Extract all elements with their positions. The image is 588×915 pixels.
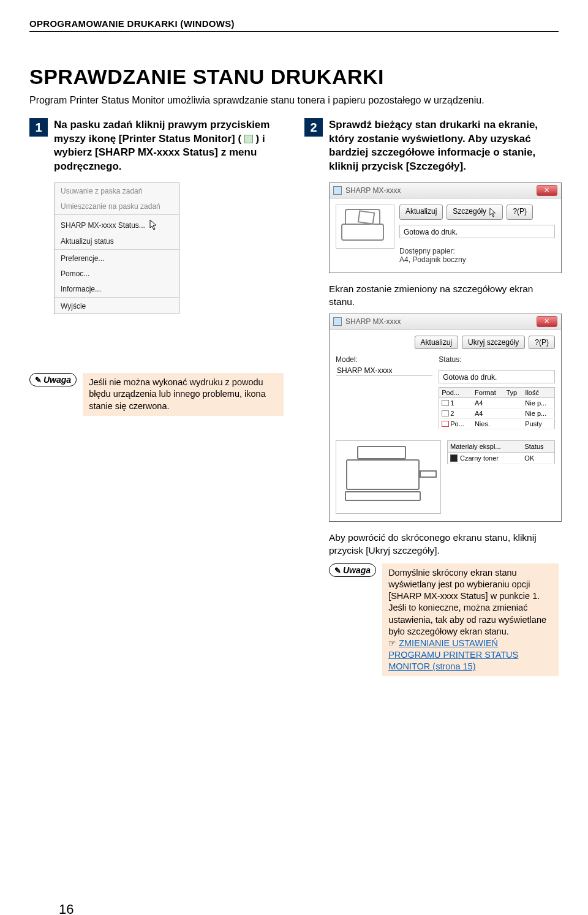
cell: OK	[522, 453, 554, 464]
close-icon[interactable]	[537, 185, 557, 196]
note-label: ✎ Uwaga	[29, 373, 77, 386]
window-title-text: SHARP MX-xxxx	[345, 186, 533, 195]
status-label: Status:	[439, 355, 555, 364]
ctx-item[interactable]: Wyjście	[55, 298, 179, 314]
close-icon[interactable]	[537, 316, 557, 327]
ctx-item[interactable]: Usuwanie z paska zadań	[55, 183, 179, 198]
ctx-item[interactable]: Preferencje...	[55, 250, 179, 266]
step-2-text: Sprawdź bieżący stan drukarki na ekranie…	[329, 118, 559, 175]
window-icon	[333, 317, 342, 326]
link-caret-icon: ☞	[388, 638, 396, 648]
cell: Pusty	[522, 419, 554, 429]
ctx-item[interactable]: Pomoc...	[55, 266, 179, 281]
cross-ref-link[interactable]: ZMIENIANIE USTAWIEŃ PROGRAMU PRINTER STA…	[388, 638, 518, 671]
cursor-icon	[149, 219, 158, 230]
help-button[interactable]: ?(P)	[507, 205, 533, 220]
tray-row: 2 A4 Nie p...	[439, 409, 555, 419]
window-title-text: SHARP MX-xxxx	[345, 317, 533, 326]
step-2: 2 Sprawdź bieżący stan drukarki na ekran…	[304, 118, 559, 175]
note-2: ✎ Uwaga Domyślnie skrócony ekran stanu w…	[329, 563, 559, 676]
cell: Nie p...	[522, 409, 554, 419]
note-1-body: Jeśli nie można wykonać wydruku z powodu…	[83, 373, 284, 415]
cursor-icon	[489, 208, 497, 217]
cell: A4	[472, 409, 504, 419]
cell: Nies.	[472, 419, 504, 429]
status-field: Gotowa do druk.	[399, 225, 555, 238]
status-value: Gotowa do druk.	[439, 370, 555, 383]
ctx-item[interactable]: Aktualizuj status	[55, 233, 179, 249]
cell	[503, 419, 522, 429]
pencil-icon: ✎	[35, 375, 42, 385]
th-tray: Pod...	[439, 388, 472, 398]
page-number: 16	[59, 902, 74, 915]
status-window-small: SHARP MX-xxxx Aktualizuj Szczegóły	[329, 183, 562, 273]
note-2-body: Domyślnie skrócony ekran stanu wyświetla…	[382, 563, 559, 676]
tray-row: 1 A4 Nie p...	[439, 398, 555, 409]
cell: Nie p...	[522, 398, 554, 409]
th-format: Format	[472, 388, 504, 398]
context-menu: Usuwanie z paska zadań Umieszczanie na p…	[54, 183, 179, 314]
tray-table-header: Pod... Format Typ Ilość	[439, 388, 555, 398]
printer-diagram-icon	[336, 440, 441, 514]
page-title: SPRAWDZANIE STANU DRUKARKI	[29, 65, 559, 89]
tray-open-icon	[442, 421, 449, 427]
refresh-button[interactable]: Aktualizuj	[415, 336, 458, 349]
step-2-number: 2	[304, 118, 323, 137]
step-1-before: Na pasku zadań kliknij prawym przyciskie…	[54, 119, 270, 145]
step-1: 1 Na pasku zadań kliknij prawym przycisk…	[29, 118, 284, 175]
after-big-text: Aby powrócić do skróconego ekranu stanu,…	[329, 532, 559, 557]
pencil-icon: ✎	[334, 566, 341, 575]
toner-icon	[450, 454, 458, 462]
printer-status-tray-icon	[244, 135, 253, 143]
intro-text: Program Printer Status Monitor umożliwia…	[29, 94, 559, 107]
note-2-text: Domyślnie skrócony ekran stanu wyświetla…	[388, 568, 546, 636]
menu-separator	[55, 297, 179, 298]
supply-row: Czarny toner OK	[448, 453, 555, 464]
paper-label: Dostępny papier:	[399, 247, 555, 255]
note-label: ✎ Uwaga	[329, 563, 376, 577]
step-1-text: Na pasku zadań kliknij prawym przyciskie…	[54, 118, 284, 175]
note-1: ✎ Uwaga Jeśli nie można wykonać wydruku …	[29, 373, 284, 415]
window-icon	[333, 186, 342, 195]
menu-separator	[55, 214, 179, 215]
hide-details-button[interactable]: Ukryj szczegóły	[462, 336, 525, 349]
cell: A4	[472, 398, 504, 409]
cell: 2	[450, 410, 454, 417]
th-supply-status: Status	[522, 441, 554, 453]
help-button[interactable]: ?(P)	[529, 336, 555, 349]
details-button-label: Szczegóły	[453, 207, 486, 216]
cell	[503, 409, 522, 419]
ctx-item[interactable]: Umieszczanie na pasku zadań	[55, 198, 179, 214]
menu-separator	[55, 249, 179, 250]
tray-row: Po... Nies. Pusty	[439, 419, 555, 429]
model-value: SHARP MX-xxxx	[336, 366, 432, 376]
tray-table: Pod... Format Typ Ilość 1 A4 Nie p...	[439, 387, 555, 429]
step-1-number: 1	[29, 118, 48, 137]
header-breadcrumb: OPROGRAMOWANIE DRUKARKI (WINDOWS)	[29, 18, 559, 29]
supplies-header: Materiały ekspl... Status	[448, 441, 555, 453]
note-label-text: Uwaga	[343, 565, 371, 575]
tray-icon	[442, 410, 449, 416]
printer-thumb-icon	[336, 205, 394, 249]
th-qty: Ilość	[522, 388, 554, 398]
th-type: Typ	[503, 388, 522, 398]
ctx-item-label: SHARP MX-xxxx Status...	[61, 221, 145, 230]
cell: 1	[450, 399, 454, 407]
th-supply: Materiały ekspl...	[448, 441, 522, 453]
supplies-table: Materiały ekspl... Status Czarny toner O…	[447, 440, 555, 464]
window-titlebar: SHARP MX-xxxx	[330, 314, 561, 329]
model-label: Model:	[336, 355, 432, 364]
details-button[interactable]: Szczegóły	[447, 205, 503, 220]
ctx-item-selected[interactable]: SHARP MX-xxxx Status...	[55, 216, 179, 233]
tray-icon	[442, 400, 449, 406]
ctx-item[interactable]: Informacje...	[55, 281, 179, 296]
paper-value: A4, Podajnik boczny	[399, 255, 555, 264]
header-rule	[29, 31, 559, 32]
cell: Czarny toner	[460, 454, 499, 462]
refresh-button[interactable]: Aktualizuj	[399, 205, 443, 220]
note-label-text: Uwaga	[43, 375, 71, 385]
window-titlebar: SHARP MX-xxxx	[330, 183, 561, 198]
col2-intro: Ekran zostanie zmieniony na szczegółowy …	[329, 283, 559, 309]
cell: Po...	[450, 420, 464, 427]
status-window-detailed: SHARP MX-xxxx Aktualizuj Ukryj szczegóły…	[329, 314, 562, 522]
